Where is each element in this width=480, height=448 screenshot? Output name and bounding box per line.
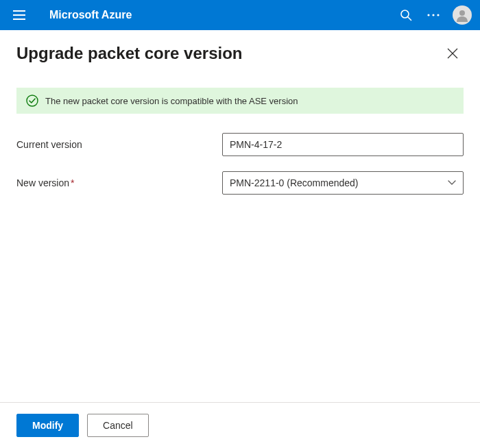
avatar[interactable] (453, 5, 472, 25)
current-version-input[interactable] (222, 133, 464, 156)
status-text: The new packet core version is compatibl… (45, 96, 298, 106)
status-banner: The new packet core version is compatibl… (16, 88, 464, 114)
panel-content: The new packet core version is compatibl… (0, 71, 480, 402)
modify-button[interactable]: Modify (16, 414, 79, 437)
new-version-label: New version* (16, 177, 222, 188)
required-indicator: * (71, 177, 74, 188)
panel-header: Upgrade packet core version (0, 30, 480, 71)
svg-line-4 (408, 17, 411, 21)
success-icon (26, 95, 38, 107)
svg-point-5 (427, 14, 429, 16)
new-version-value: PMN-2211-0 (Recommended) (230, 177, 359, 188)
search-button[interactable] (392, 1, 420, 29)
menu-button[interactable] (8, 4, 30, 26)
svg-rect-2 (13, 18, 25, 20)
chevron-down-icon (448, 180, 456, 186)
svg-rect-0 (13, 10, 25, 12)
svg-rect-1 (13, 14, 25, 16)
svg-point-6 (432, 14, 434, 16)
svg-point-7 (437, 14, 439, 16)
close-icon (447, 48, 458, 59)
new-version-select[interactable]: PMN-2211-0 (Recommended) (222, 171, 464, 195)
svg-point-11 (27, 95, 38, 106)
hamburger-icon (13, 10, 25, 20)
new-version-label-text: New version (16, 177, 69, 188)
svg-point-8 (459, 10, 465, 16)
brand-title[interactable]: Microsoft Azure (49, 9, 132, 21)
current-version-label: Current version (16, 139, 222, 150)
row-new-version: New version* PMN-2211-0 (Recommended) (16, 171, 464, 195)
panel-title: Upgrade packet core version (16, 44, 242, 63)
ellipsis-icon (427, 14, 440, 16)
row-current-version: Current version (16, 133, 464, 156)
search-icon (400, 9, 412, 21)
topbar: Microsoft Azure (0, 0, 480, 30)
more-button[interactable] (420, 1, 447, 29)
user-icon (455, 8, 469, 22)
svg-point-3 (401, 10, 409, 18)
panel-footer: Modify Cancel (0, 402, 480, 448)
cancel-button[interactable]: Cancel (87, 414, 149, 437)
close-button[interactable] (442, 42, 464, 64)
